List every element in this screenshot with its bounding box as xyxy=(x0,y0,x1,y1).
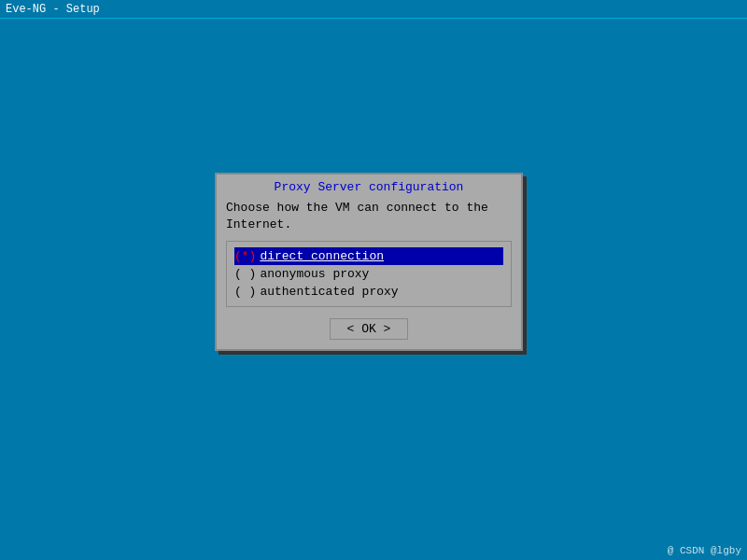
option-direct-connection[interactable]: (*)direct connection xyxy=(234,247,503,265)
option-marker-authenticated-proxy: ( ) xyxy=(234,285,256,299)
option-marker-anonymous-proxy: ( ) xyxy=(234,267,256,281)
option-authenticated-proxy[interactable]: ( )authenticated proxy xyxy=(234,283,503,301)
options-box: (*)direct connection( )anonymous proxy( … xyxy=(226,241,512,307)
option-label-authenticated-proxy: authenticated proxy xyxy=(260,285,398,299)
dialog: Proxy Server configuration Choose how th… xyxy=(215,173,523,351)
title-bar-label: Eve-NG - Setup xyxy=(6,3,100,16)
button-area: < OK > xyxy=(217,307,521,349)
option-label-direct-connection: direct connection xyxy=(260,249,384,263)
option-marker-direct-connection: (*) xyxy=(234,249,256,263)
ok-button[interactable]: < OK > xyxy=(330,318,409,340)
option-anonymous-proxy[interactable]: ( )anonymous proxy xyxy=(234,265,503,283)
dialog-title: Proxy Server configuration xyxy=(217,175,521,198)
watermark: @ CSDN @lgby xyxy=(668,545,741,556)
option-label-anonymous-proxy: anonymous proxy xyxy=(260,267,369,281)
title-bar: Eve-NG - Setup xyxy=(0,0,747,19)
dialog-subtitle: Choose how the VM can connect to the Int… xyxy=(217,198,521,241)
